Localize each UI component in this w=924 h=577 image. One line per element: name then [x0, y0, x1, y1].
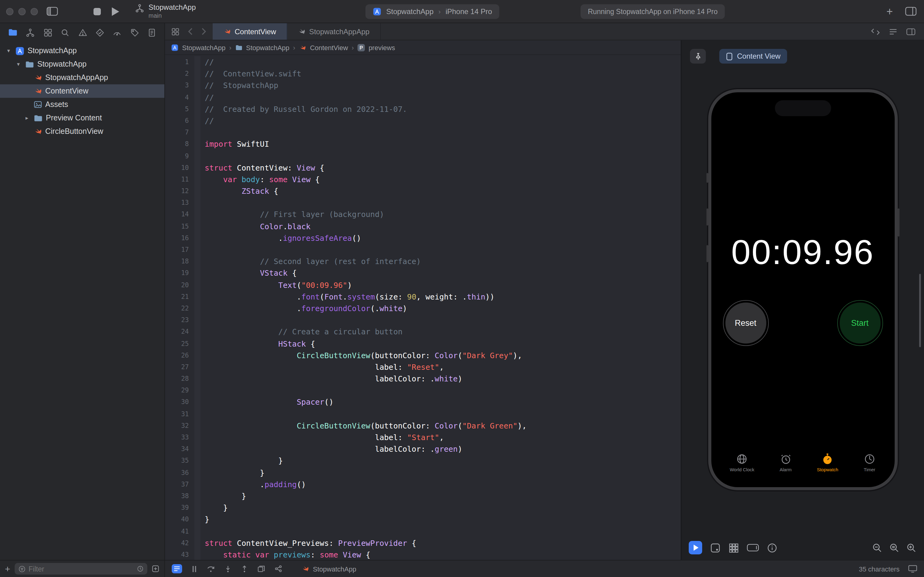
editor-overview-icon[interactable]: [171, 27, 180, 36]
active-file-indicator[interactable]: StopwatchApp: [301, 565, 356, 573]
code-line[interactable]: label: "Reset",: [205, 361, 681, 373]
editor-layout-icon[interactable]: [905, 7, 917, 16]
accessibility-info-icon[interactable]: [767, 543, 778, 553]
run-button[interactable]: [112, 7, 119, 16]
chevron-down-icon[interactable]: ▾: [5, 48, 12, 54]
view-debugger-icon[interactable]: [257, 565, 265, 573]
tree-item-assets[interactable]: Assets: [0, 98, 164, 111]
step-into-icon[interactable]: [224, 565, 232, 572]
code-line[interactable]: [205, 314, 681, 326]
start-button[interactable]: Start: [837, 300, 883, 346]
filter-field[interactable]: [14, 563, 147, 575]
navigator-symbols-icon[interactable]: [43, 28, 53, 37]
navigator-reports-icon[interactable]: [147, 28, 156, 37]
tab-stopwatchappapp[interactable]: StopwatchAppApp: [287, 23, 381, 40]
code-line[interactable]: struct ContentView_Previews: PreviewProv…: [205, 537, 681, 549]
tab-stopwatch[interactable]: Stopwatch: [817, 453, 838, 472]
jump-bar[interactable]: StopwatchApp › StopwatchApp › ContentVie…: [165, 40, 681, 55]
code-review-icon[interactable]: [871, 28, 880, 35]
code-line[interactable]: CircleButtonView(buttonColor: Color("Dar…: [205, 349, 681, 361]
step-over-icon[interactable]: [206, 565, 215, 572]
zoom-out-icon[interactable]: [872, 543, 882, 553]
code-line[interactable]: .foregroundColor(.white): [205, 303, 681, 314]
chevron-right-icon[interactable]: ▸: [23, 115, 31, 121]
chevron-down-icon[interactable]: ▾: [14, 61, 22, 67]
structure-icon[interactable]: [172, 564, 182, 573]
zoom-fit-icon[interactable]: [889, 543, 900, 553]
code-line[interactable]: labelColor: .green): [205, 443, 681, 455]
go-back-icon[interactable]: [188, 27, 193, 35]
code-line[interactable]: [205, 408, 681, 420]
code-line[interactable]: }: [205, 467, 681, 478]
recents-icon[interactable]: [137, 566, 143, 572]
code-line[interactable]: [205, 244, 681, 256]
tab-alarm[interactable]: Alarm: [779, 453, 792, 472]
tab-timer[interactable]: Timer: [863, 453, 876, 472]
code-line[interactable]: // Created by Russell Gordon on 2022-11-…: [205, 103, 681, 115]
device-settings-icon[interactable]: [747, 543, 759, 552]
code-line[interactable]: //: [205, 115, 681, 127]
tree-item-group-stopwatchapp[interactable]: ▾ StopwatchApp: [0, 58, 164, 71]
code-line[interactable]: label: "Start",: [205, 432, 681, 443]
minimap-icon[interactable]: [889, 28, 897, 35]
code-line[interactable]: // First layer (background): [205, 209, 681, 220]
code-line[interactable]: // StopwatchApp: [205, 80, 681, 91]
code-line[interactable]: [205, 127, 681, 138]
tree-item-contentview[interactable]: ContentView: [0, 84, 164, 98]
code-line[interactable]: }: [205, 514, 681, 525]
add-file-icon[interactable]: +: [5, 564, 10, 573]
memory-graph-icon[interactable]: [274, 565, 282, 573]
variants-icon[interactable]: [710, 543, 721, 553]
code-line[interactable]: HStack {: [205, 338, 681, 349]
tab-world-clock[interactable]: World Clock: [730, 453, 754, 472]
code-line[interactable]: }: [205, 490, 681, 502]
navigator-source-control-icon[interactable]: [26, 28, 35, 37]
code-line[interactable]: var body: some View {: [205, 174, 681, 185]
scheme-selector[interactable]: StopwatchApp › iPhone 14 Pro: [365, 4, 499, 19]
code-line[interactable]: // ContentView.swift: [205, 68, 681, 79]
code-line[interactable]: [205, 525, 681, 537]
reset-button[interactable]: Reset: [723, 300, 768, 346]
code-line[interactable]: .font(Font.system(size: 90, weight: .thi…: [205, 291, 681, 303]
canvas-scrollbar[interactable]: [919, 274, 921, 347]
breadcrumb[interactable]: ContentView: [310, 44, 348, 51]
code-line[interactable]: labelColor: .white): [205, 373, 681, 384]
code-line[interactable]: Text("00:09.96"): [205, 279, 681, 291]
code-line[interactable]: struct ContentView: View {: [205, 162, 681, 173]
step-out-icon[interactable]: [241, 565, 248, 572]
code-editor[interactable]: 1234567891011121314151617181920212223242…: [165, 55, 681, 560]
code-line[interactable]: VStack {: [205, 268, 681, 279]
live-preview-button[interactable]: [689, 541, 702, 554]
code-line[interactable]: //: [205, 56, 681, 68]
tab-contentview[interactable]: ContentView: [212, 23, 287, 40]
code-line[interactable]: }: [205, 502, 681, 513]
filter-options-icon[interactable]: [151, 565, 159, 573]
pin-preview-icon[interactable]: [690, 49, 706, 64]
code-line[interactable]: // Create a circular button: [205, 326, 681, 338]
stop-button[interactable]: [93, 8, 101, 15]
breadcrumb[interactable]: StopwatchApp: [246, 44, 289, 51]
add-item-icon[interactable]: +: [886, 6, 893, 17]
navigator-find-icon[interactable]: [61, 28, 70, 37]
toggle-navigator-icon[interactable]: [47, 7, 58, 16]
tree-item-circlebuttonview[interactable]: CircleButtonView: [0, 125, 164, 138]
tree-item-project-root[interactable]: ▾ StopwatchApp: [0, 44, 164, 58]
code-line[interactable]: Spacer(): [205, 396, 681, 408]
go-forward-icon[interactable]: [201, 27, 206, 35]
code-line[interactable]: .padding(): [205, 479, 681, 490]
code-line[interactable]: // Second layer (rest of interface): [205, 256, 681, 267]
navigator-breakpoints-icon[interactable]: [130, 28, 139, 37]
navigator-debug-icon[interactable]: [113, 28, 122, 37]
minimize-button[interactable]: [18, 8, 26, 15]
navigator-issues-icon[interactable]: [78, 28, 87, 37]
filter-input[interactable]: [29, 565, 134, 572]
code-line[interactable]: ZStack {: [205, 185, 681, 197]
run-destination[interactable]: iPhone 14 Pro: [446, 7, 492, 16]
add-editor-icon[interactable]: [906, 28, 916, 35]
code-line[interactable]: [205, 385, 681, 396]
code-line[interactable]: CircleButtonView(buttonColor: Color("Dar…: [205, 420, 681, 432]
fullscreen-button[interactable]: [31, 8, 38, 15]
grid-view-icon[interactable]: [728, 543, 739, 553]
pause-execution-icon[interactable]: [191, 565, 197, 572]
code-line[interactable]: .ignoresSafeArea(): [205, 232, 681, 244]
